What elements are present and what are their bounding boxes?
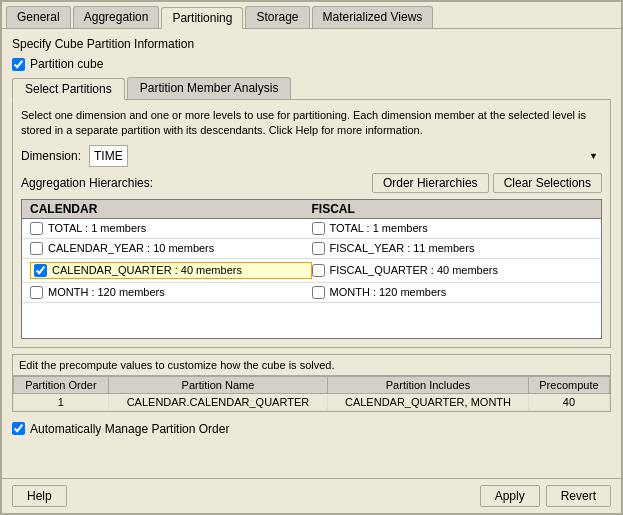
hier-label-right-1: FISCAL_YEAR : 11 members xyxy=(330,242,475,254)
hier-label-right-2: FISCAL_QUARTER : 40 members xyxy=(330,264,499,276)
hier-col-fiscal: FISCAL xyxy=(312,202,594,216)
tab-aggregation[interactable]: Aggregation xyxy=(73,6,160,28)
col-header-precompute: Precompute xyxy=(528,376,609,393)
apply-button[interactable]: Apply xyxy=(480,485,540,507)
hier-checkbox-left-1[interactable] xyxy=(30,242,43,255)
tab-storage[interactable]: Storage xyxy=(245,6,309,28)
hier-label-left-1: CALENDAR_YEAR : 10 members xyxy=(48,242,214,254)
aggregation-hierarchies-label: Aggregation Hierarchies: xyxy=(21,176,153,190)
hier-label-right-0: TOTAL : 1 members xyxy=(330,222,428,234)
description-text: Select one dimension and one or more lev… xyxy=(21,108,602,139)
cell-precompute-0[interactable]: 40 xyxy=(528,393,609,410)
partition-cube-row: Partition cube xyxy=(12,57,611,71)
bottom-right-buttons: Apply Revert xyxy=(480,485,611,507)
dimension-select-wrapper: TIME xyxy=(89,145,602,167)
agg-buttons: Order Hierarchies Clear Selections xyxy=(372,173,602,193)
hier-checkbox-right-1[interactable] xyxy=(312,242,325,255)
main-content: Specify Cube Partition Information Parti… xyxy=(2,29,621,478)
hierarchies-grid: CALENDAR FISCAL TOTAL : 1 members TOTAL … xyxy=(21,199,602,339)
tab-materialized-views[interactable]: Materialized Views xyxy=(312,6,434,28)
bottom-bar: Help Apply Revert xyxy=(2,478,621,513)
hier-label-right-3: MONTH : 120 members xyxy=(330,286,447,298)
partition-info-title: Edit the precompute values to customize … xyxy=(13,355,610,376)
hier-cell-right-2: FISCAL_QUARTER : 40 members xyxy=(312,262,594,279)
hier-header: CALENDAR FISCAL xyxy=(22,200,601,219)
tab-partition-member-analysis[interactable]: Partition Member Analysis xyxy=(127,77,292,99)
partition-cube-checkbox[interactable] xyxy=(12,58,25,71)
tab-select-partitions[interactable]: Select Partitions xyxy=(12,78,125,100)
section-title: Specify Cube Partition Information xyxy=(12,37,611,51)
hier-cell-right-3: MONTH : 120 members xyxy=(312,286,594,299)
col-header-name: Partition Name xyxy=(108,376,327,393)
dialog: General Aggregation Partitioning Storage… xyxy=(0,0,623,515)
hier-label-left-0: TOTAL : 1 members xyxy=(48,222,146,234)
table-row: CALENDAR_YEAR : 10 members FISCAL_YEAR :… xyxy=(22,239,601,259)
partition-table: Partition Order Partition Name Partition… xyxy=(13,376,610,411)
hier-checkbox-right-3[interactable] xyxy=(312,286,325,299)
hier-cell-left-2: CALENDAR_QUARTER : 40 members xyxy=(30,262,312,279)
order-hierarchies-button[interactable]: Order Hierarchies xyxy=(372,173,489,193)
auto-manage-row: Automatically Manage Partition Order xyxy=(12,418,611,440)
dimension-select[interactable]: TIME xyxy=(89,145,128,167)
cell-includes-0: CALENDAR_QUARTER, MONTH xyxy=(328,393,529,410)
hier-cell-left-1: CALENDAR_YEAR : 10 members xyxy=(30,242,312,255)
table-row: MONTH : 120 members MONTH : 120 members xyxy=(22,283,601,303)
tab-general[interactable]: General xyxy=(6,6,71,28)
dimension-row: Dimension: TIME xyxy=(21,145,602,167)
partition-cube-label: Partition cube xyxy=(30,57,103,71)
hier-col-calendar: CALENDAR xyxy=(30,202,312,216)
hier-label-left-2: CALENDAR_QUARTER : 40 members xyxy=(52,264,242,276)
hier-checkbox-right-0[interactable] xyxy=(312,222,325,235)
hier-checkbox-left-3[interactable] xyxy=(30,286,43,299)
partition-info-section: Edit the precompute values to customize … xyxy=(12,354,611,412)
table-row: 1 CALENDAR.CALENDAR_QUARTER CALENDAR_QUA… xyxy=(14,393,610,410)
cell-name-0: CALENDAR.CALENDAR_QUARTER xyxy=(108,393,327,410)
tab-partitioning[interactable]: Partitioning xyxy=(161,7,243,29)
table-row: TOTAL : 1 members TOTAL : 1 members xyxy=(22,219,601,239)
aggregation-hierarchies-row: Aggregation Hierarchies: Order Hierarchi… xyxy=(21,173,602,193)
hier-checkbox-right-2[interactable] xyxy=(312,264,325,277)
hier-cell-right-0: TOTAL : 1 members xyxy=(312,222,594,235)
inner-tabs-container: Select Partitions Partition Member Analy… xyxy=(12,77,611,348)
clear-selections-button[interactable]: Clear Selections xyxy=(493,173,602,193)
table-row: CALENDAR_QUARTER : 40 members FISCAL_QUA… xyxy=(22,259,601,283)
hier-cell-right-1: FISCAL_YEAR : 11 members xyxy=(312,242,594,255)
cell-order-0: 1 xyxy=(14,393,109,410)
hier-cell-left-0: TOTAL : 1 members xyxy=(30,222,312,235)
dimension-label: Dimension: xyxy=(21,149,81,163)
hier-label-left-3: MONTH : 120 members xyxy=(48,286,165,298)
hier-checkbox-left-2[interactable] xyxy=(34,264,47,277)
auto-manage-label: Automatically Manage Partition Order xyxy=(30,422,229,436)
help-button[interactable]: Help xyxy=(12,485,67,507)
col-header-includes: Partition Includes xyxy=(328,376,529,393)
auto-manage-checkbox[interactable] xyxy=(12,422,25,435)
hier-checkbox-left-0[interactable] xyxy=(30,222,43,235)
hier-cell-left-3: MONTH : 120 members xyxy=(30,286,312,299)
inner-tabs: Select Partitions Partition Member Analy… xyxy=(12,77,611,100)
revert-button[interactable]: Revert xyxy=(546,485,611,507)
inner-panel: Select one dimension and one or more lev… xyxy=(12,100,611,348)
top-tabs: General Aggregation Partitioning Storage… xyxy=(2,2,621,29)
col-header-order: Partition Order xyxy=(14,376,109,393)
